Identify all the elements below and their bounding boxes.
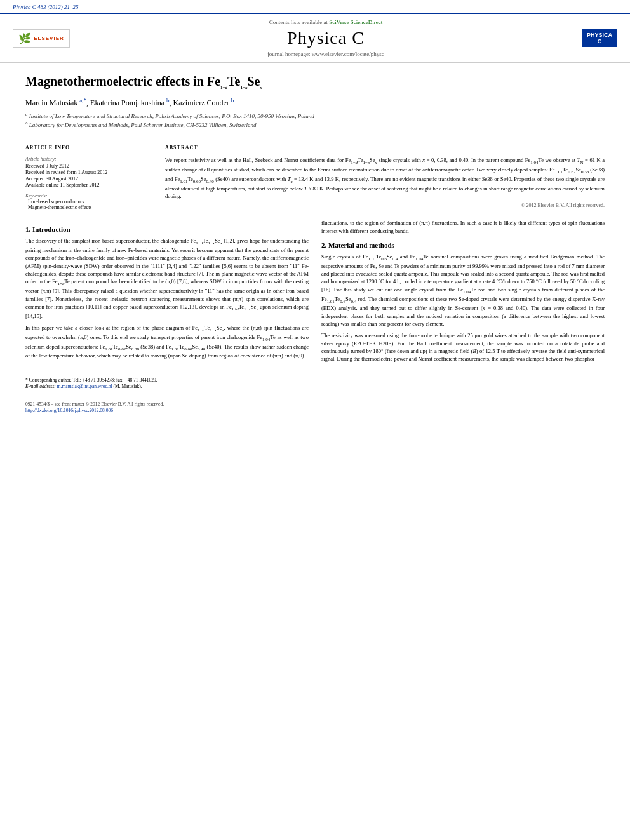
keyword-1: Iron-based superconductors [28,199,152,204]
authors-line: Marcin Matusiak a,*, Ekaterina Pomjakush… [25,97,605,108]
methods-heading: 2. Material and methods [321,241,605,249]
column-left: 1. Introduction The discovery of the sim… [25,219,309,390]
intro-number: 1. Introduction [25,225,70,233]
article-info-abstract: ARTICLE INFO Article history: Received 9… [25,138,605,210]
introduction-heading: 1. Introduction [25,225,309,233]
issn-line: 0921-4534/$ – see front matter © 2012 El… [25,401,605,415]
intro-continuation: fluctuations, to the region of dominatio… [321,219,605,235]
article-title: Magnetothermoelectric effects in Fe1+dTe… [25,73,605,91]
contents-line: Contents lists available at SciVerse Sci… [76,19,575,25]
accepted-date: Accepted 30 August 2012 [25,176,152,182]
keyword-2: Magneto-thermoelectric effects [28,204,152,210]
affiliation-b: b Laboratory for Developments and Method… [25,121,605,130]
main-content: Magnetothermoelectric effects in Fe1+dTe… [0,63,630,427]
homepage-line: journal homepage: www.elsevier.com/locat… [76,51,575,57]
intro-para-2: In this paper we take a closer look at t… [25,324,309,360]
abstract-title: ABSTRACT [165,145,605,152]
journal-banner: 🌿 ELSEVIER Contents lists available at S… [0,14,630,63]
methods-para-2: The resistivity was measured using the f… [321,331,605,363]
footnote-corresponding: * Corresponding author. Tel.: +48 71 395… [25,377,309,390]
physica-logo-box: PHYSICAC [582,29,617,47]
keywords-label: Keywords: [25,193,152,199]
available-date: Available online 11 September 2012 [25,182,152,188]
tree-icon: 🌿 [18,32,31,44]
footnote-separator [25,373,76,373]
elsevier-text: ELSEVIER [34,36,64,41]
abstract-text: We report resistivity as well as the Hal… [165,156,605,200]
received-revised-date: Received in revised form 1 August 2012 [25,170,152,175]
keywords-section: Keywords: Iron-based superconductors Mag… [25,193,152,210]
two-column-body: 1. Introduction The discovery of the sim… [25,219,605,390]
elsevier-icon: 🌿 ELSEVIER [18,32,64,44]
footer: 0921-4534/$ – see front matter © 2012 El… [25,397,605,415]
affiliation-a: a Institute of Low Temperature and Struc… [25,112,605,121]
journal-title: Physica C [76,28,575,48]
author-3: Kazimierz Conder b [173,98,234,107]
footnotes-section: * Corresponding author. Tel.: +48 71 395… [25,373,309,390]
banner-center: Contents lists available at SciVerse Sci… [76,19,575,57]
abstract-section: ABSTRACT We report resistivity as well a… [165,145,605,210]
physica-box: PHYSICAC [582,29,617,47]
methods-para-1: Single crystals of Fe1.01Te0.6Se0.4 and … [321,253,605,328]
article-info-panel: ARTICLE INFO Article history: Received 9… [25,145,152,210]
affiliations: a Institute of Low Temperature and Struc… [25,112,605,129]
column-right: fluctuations, to the region of dominatio… [321,219,605,390]
sciverse-link[interactable]: SciVerse ScienceDirect [329,19,382,25]
author-2: Ekaterina Pomjakushina b, [90,98,171,107]
history-label: Article history: [25,156,152,162]
article-info-title: ARTICLE INFO [25,145,152,152]
journal-header: Physica C 483 (2012) 21–25 [0,0,630,14]
journal-ref: Physica C 483 (2012) 21–25 [13,4,79,10]
elsevier-logo: 🌿 ELSEVIER [13,29,70,48]
author-1: Marcin Matusiak a,*, [25,98,88,107]
copyright-line: © 2012 Elsevier B.V. All rights reserved… [165,203,605,208]
received-date: Received 9 July 2012 [25,163,152,169]
intro-para-1: The discovery of the simplest iron-based… [25,237,309,320]
